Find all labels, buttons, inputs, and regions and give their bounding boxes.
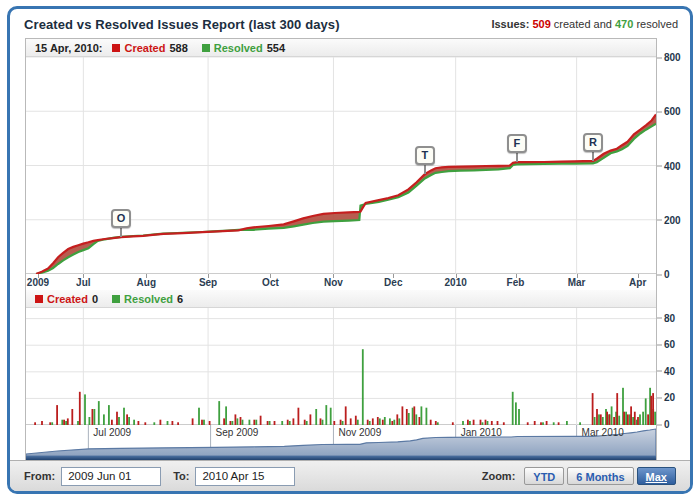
created-day-bar	[192, 418, 194, 425]
flag-T[interactable]: T	[415, 146, 435, 165]
resolved-series-line	[36, 124, 656, 274]
created-day-bar	[355, 416, 357, 425]
navigator[interactable]: Jul 2009Sep 2009Nov 2009Jan 2010Mar 2010	[26, 425, 656, 456]
x-axis-label-Sep: Sep	[199, 277, 217, 288]
resolved-day-bar	[421, 406, 423, 425]
x-axis-label-Apr: Apr	[629, 277, 646, 288]
flag-O[interactable]: O	[111, 209, 131, 228]
created-swatch-icon	[112, 44, 120, 52]
created-day-bar	[627, 414, 629, 425]
created-swatch-icon	[35, 295, 43, 303]
navigator-label-Jul-2009: Jul 2009	[93, 427, 131, 438]
chart-frame: 15 Apr, 2010: Created 588 Resolved 554 O…	[25, 38, 657, 461]
resolved-day-bar	[642, 412, 644, 425]
navigator-label-Sep-2009: Sep 2009	[216, 427, 259, 438]
daily-chart-canvas[interactable]	[26, 308, 656, 425]
created-day-bar	[116, 412, 118, 425]
created-day-bar	[650, 396, 652, 425]
flag-stem-R	[592, 152, 594, 161]
created-day-bar	[320, 418, 322, 425]
resolved-day-bar	[426, 408, 428, 425]
x-axis-label-Oct: Oct	[262, 277, 279, 288]
created-day-bar	[71, 409, 73, 425]
flag-F[interactable]: F	[507, 134, 527, 153]
resolved-day-bar	[362, 349, 364, 425]
resolved-day-bar	[84, 394, 86, 425]
main-tooltip-strip: 15 Apr, 2010: Created 588 Resolved 554	[26, 39, 656, 57]
resolved-day-bar	[384, 417, 386, 425]
resolved-day-bar	[639, 414, 641, 425]
created-day-bar	[240, 417, 242, 425]
zoom-controls: Zoom: YTD 6 Months Max	[482, 467, 676, 485]
navigator-label-Nov-2009: Nov 2009	[338, 427, 381, 438]
flag-R[interactable]: R	[583, 133, 603, 152]
y-axis-label-200: 200	[664, 214, 681, 225]
from-input[interactable]	[61, 467, 161, 486]
created-day-bar	[223, 418, 225, 425]
created-day-bar	[56, 405, 58, 425]
zoom-max-button[interactable]: Max	[637, 467, 676, 485]
main-chart[interactable]: OTFR	[26, 57, 656, 274]
created-day-bar	[634, 412, 636, 425]
tooltip-created-value: 588	[169, 42, 187, 54]
created-day-bar	[637, 417, 639, 425]
resolved-day-bar	[128, 417, 130, 425]
created-day-bar	[616, 393, 618, 425]
created-day-bar	[596, 409, 598, 425]
resolved-day-bar	[594, 417, 596, 425]
issues-summary-prefix: Issues:	[491, 18, 529, 30]
created-day-bar	[260, 416, 262, 425]
created-day-bar	[377, 417, 379, 425]
created-day-bar	[406, 409, 408, 425]
created-day-bar	[79, 392, 81, 425]
resolved-day-bar	[198, 408, 200, 425]
main-chart-canvas[interactable]	[26, 57, 656, 274]
resolved-day-bar	[123, 408, 125, 425]
created-day-bar	[345, 406, 347, 425]
to-input[interactable]	[195, 467, 295, 486]
resolved-day-bar	[611, 406, 613, 425]
daily-chart[interactable]	[26, 308, 656, 425]
zoom-6months-button[interactable]: 6 Months	[567, 467, 633, 485]
resolved-day-bar	[237, 418, 239, 425]
resolved-day-bar	[645, 398, 647, 425]
tooltip-date: 15 Apr, 2010:	[35, 42, 102, 54]
resolved-day-bar	[218, 401, 220, 425]
y-axis-label-80: 80	[664, 312, 675, 323]
created-day-bar	[126, 414, 128, 425]
resolved-day-bar	[412, 408, 414, 425]
y-axis-label-400: 400	[664, 160, 681, 171]
tooltip-resolved-value: 554	[267, 42, 285, 54]
created-day-bar	[592, 393, 594, 425]
created-day-bar	[372, 418, 374, 425]
zoom-ytd-button[interactable]: YTD	[524, 467, 564, 485]
x-axis-label-Feb: Feb	[507, 277, 525, 288]
created-day-bar	[630, 406, 632, 425]
resolved-day-bar	[315, 409, 317, 425]
resolved-day-bar	[512, 392, 514, 425]
y-axis-label-600: 600	[664, 106, 681, 117]
flag-stem-T	[424, 165, 426, 174]
created-day-bar	[92, 409, 94, 425]
created-day-bar	[298, 408, 300, 425]
resolved-count: 470	[615, 18, 633, 30]
flag-stem-O	[120, 228, 122, 237]
created-day-bar	[623, 412, 625, 425]
resolved-day-bar	[515, 402, 517, 425]
y-axis-label-40: 40	[664, 365, 675, 376]
x-axis-label-Aug: Aug	[137, 277, 156, 288]
x-axis-label-Nov: Nov	[324, 277, 343, 288]
resolved-swatch-icon	[112, 295, 120, 303]
resolved-day-bar	[118, 417, 120, 425]
x-axis-label-Jul: Jul	[76, 277, 90, 288]
to-label: To:	[173, 470, 189, 482]
created-day-bar	[609, 414, 611, 425]
created-word: created and	[554, 18, 612, 30]
resolved-day-bar	[89, 417, 91, 425]
created-day-bar	[606, 412, 608, 425]
issues-summary: Issues: 509 created and 470 resolved	[491, 18, 678, 30]
y-axis-label-800: 800	[664, 52, 681, 63]
created-day-bar	[613, 417, 615, 425]
resolved-word: resolved	[636, 18, 678, 30]
report-header: Created vs Resolved Issues Report (last …	[24, 15, 678, 33]
